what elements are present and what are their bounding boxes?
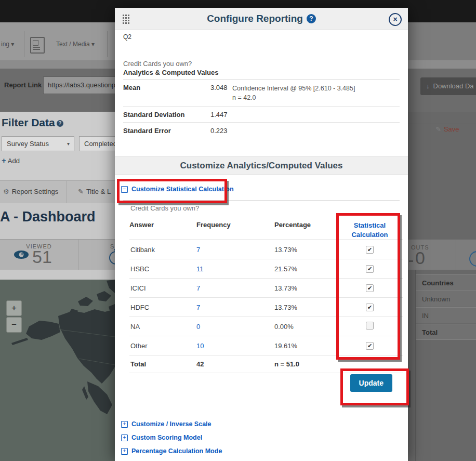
chevron-down-icon: ▾ <box>91 41 95 48</box>
frequency-link[interactable]: 7 <box>196 284 274 292</box>
stat-cell: ✔ <box>337 245 403 254</box>
answer-table-header: Answer Frequency Percentage StatisticalC… <box>129 216 403 240</box>
gear-icon: ⚙ <box>3 188 9 195</box>
countries-row: IN <box>416 307 476 323</box>
survey-status-dropdown[interactable]: ▾Survey Status <box>2 136 74 151</box>
toolbar-item-text-media[interactable]: Text / Media ▾ <box>56 41 95 48</box>
help-icon[interactable]: ? <box>57 120 63 127</box>
map-zoom-in-button[interactable]: + <box>6 300 22 316</box>
stat-calc-checkbox[interactable] <box>366 322 374 330</box>
world-map[interactable]: + − <box>0 280 115 461</box>
percentage-cell: 19.61% <box>274 342 337 350</box>
analytics-metric-notes <box>232 127 400 135</box>
stat-cell <box>337 322 403 331</box>
update-button[interactable]: Update <box>350 374 392 392</box>
analytics-note-line: Confidence Interval @ 95% [2.610 - 3.485… <box>232 84 400 93</box>
report-link-input[interactable]: https://labs3.questionpro <box>43 76 121 94</box>
tab-title-logo[interactable]: ✎Title & L <box>78 188 111 195</box>
toolbar-divider <box>24 31 24 57</box>
chevron-down-icon: ▾ <box>11 41 14 48</box>
completed-dropdown[interactable]: Completed <box>79 136 120 151</box>
customize-section-title: Customize Analytics/Computed Values <box>115 156 408 175</box>
map-zoom-out-button[interactable]: − <box>6 317 22 333</box>
modal-header: Configure Reporting? × <box>115 8 408 30</box>
analytics-metric-notes <box>232 111 400 118</box>
answer-cell: NA <box>129 323 196 331</box>
configure-reporting-modal: Configure Reporting? × Q2 Credit Cards y… <box>115 8 408 461</box>
table-row: HDFC713.73%✔ <box>129 298 403 317</box>
percentage-cell: 0.00% <box>274 323 337 331</box>
stat-cell: ✔ <box>337 303 403 311</box>
expand-icon: + <box>121 434 128 441</box>
percentage-calculation-mode-link[interactable]: +Percentage Calculation Mode <box>121 447 222 455</box>
add-filter-link[interactable]: +Add <box>2 156 20 165</box>
customize-inverse-scale-link[interactable]: +Customize / Inverse Scale <box>121 420 211 428</box>
stat-cell: ✔ <box>337 265 403 273</box>
frequency-link[interactable]: 11 <box>196 265 274 273</box>
stat-calc-checkbox[interactable]: ✔ <box>366 304 374 311</box>
report-link-label: Report Link <box>4 81 42 89</box>
table-row: Citibank713.73%✔ <box>129 240 403 259</box>
drag-handle-icon[interactable] <box>122 14 129 24</box>
filter-data-title: Filter Data? <box>2 116 63 129</box>
download-icon: ↓ <box>426 77 430 95</box>
stat-cell: ✔ <box>337 341 403 350</box>
countries-header: Countries <box>416 274 476 291</box>
dropouts-icon-fragment <box>409 260 413 262</box>
save-layout-link[interactable]: ✎Save <box>435 125 459 133</box>
analytics-row: Mean3.048Confidence Interval @ 95% [2.61… <box>123 80 400 107</box>
countries-row: Unknown <box>416 291 476 307</box>
download-data-button[interactable]: ↓Download Da <box>420 77 476 95</box>
col-answer: Answer <box>129 221 196 229</box>
custom-scoring-model-link[interactable]: +Custom Scoring Model <box>121 434 202 441</box>
frequency-link[interactable]: 7 <box>196 246 274 254</box>
pencil-icon: ✎ <box>435 125 441 133</box>
frequency-link[interactable]: 7 <box>196 304 274 311</box>
close-icon[interactable]: × <box>389 13 402 26</box>
text-media-icon <box>30 37 45 54</box>
stat-calc-checkbox[interactable]: ✔ <box>366 342 374 350</box>
toolbar-divider <box>107 31 108 57</box>
tab-report-settings[interactable]: ⚙Report Settings <box>3 188 58 195</box>
analytics-row: Standard Error0.223 <box>123 123 400 138</box>
answer-table: Answer Frequency Percentage StatisticalC… <box>129 216 403 373</box>
total-label: Total <box>129 360 196 368</box>
total-frequency: 42 <box>196 360 274 368</box>
percentage-cell: 13.73% <box>274 284 337 292</box>
analytics-metric-notes: Confidence Interval @ 95% [2.610 - 3.485… <box>232 84 400 102</box>
stat-calc-checkbox[interactable]: ✔ <box>366 284 374 292</box>
divider <box>123 200 400 201</box>
analytics-metric-value: 3.048 <box>210 84 232 102</box>
stat-calc-checkbox[interactable]: ✔ <box>366 246 374 254</box>
question-text: Credit Cards you own? <box>123 60 192 68</box>
col-frequency: Frequency <box>196 221 274 229</box>
frequency-link[interactable]: 10 <box>196 342 274 350</box>
analytics-metric-label: Standard Deviation <box>123 111 210 118</box>
expand-icon: + <box>121 421 128 428</box>
dashboard-title: A - Dashboard <box>0 209 96 225</box>
answer-rows: Citibank713.73%✔HSBC1121.57%✔ICICI713.73… <box>129 240 403 373</box>
widget-padding <box>0 270 115 280</box>
table-row: ICICI713.73%✔ <box>129 279 403 298</box>
pencil-icon: ✎ <box>78 188 84 195</box>
help-icon[interactable]: ? <box>307 14 316 23</box>
stopwatch-icon <box>109 251 115 265</box>
percentage-cell: 13.73% <box>274 304 337 311</box>
stat-cell: ✔ <box>337 284 403 292</box>
toolbar-item-partial[interactable]: ing ▾ <box>1 41 14 48</box>
toolbar-right-area <box>408 22 476 60</box>
eye-icon <box>14 250 29 259</box>
stats-band-left: VIEWED 51 S <box>0 239 115 270</box>
col-percentage: Percentage <box>274 221 337 229</box>
analytics-heading: Analytics & Computed Values <box>123 69 219 76</box>
expand-icon: + <box>121 448 128 455</box>
analytics-metric-value: 1.447 <box>210 111 232 118</box>
divider <box>78 240 78 270</box>
frequency-link[interactable]: 0 <box>196 323 274 331</box>
analytics-metric-label: Mean <box>123 84 210 102</box>
countries-total-row: Total <box>416 324 476 340</box>
analytics-note-line: n = 42.0 <box>232 93 400 102</box>
total-percentage: n = 51.0 <box>274 360 337 368</box>
customize-statistical-calculation-link[interactable]: −Customize Statistical Calculation <box>121 186 234 193</box>
stat-calc-checkbox[interactable]: ✔ <box>366 265 374 273</box>
